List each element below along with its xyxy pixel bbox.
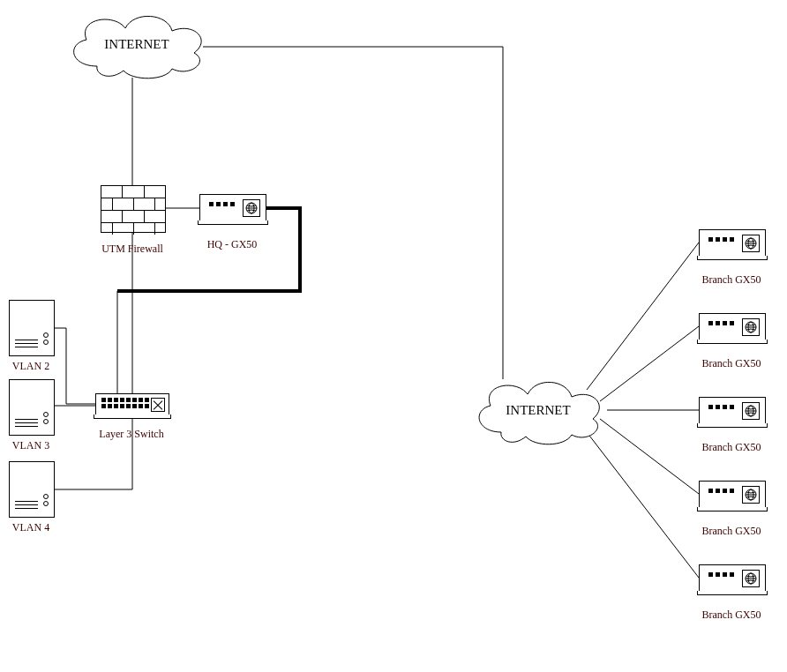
vlan-server-4 xyxy=(9,461,55,518)
branch4-label: Branch GX50 xyxy=(699,525,764,538)
router-icon xyxy=(699,397,766,425)
branch-router-1 xyxy=(699,229,766,258)
internet-cloud-top-label: INTERNET xyxy=(62,37,212,52)
utm-firewall xyxy=(101,185,166,233)
branch1-label: Branch GX50 xyxy=(699,273,764,287)
svg-line-9 xyxy=(587,432,699,578)
router-icon xyxy=(699,229,766,258)
branch-router-4 xyxy=(699,481,766,509)
network-diagram: INTERNET UTM Firewall HQ - GX50 xyxy=(0,0,787,672)
vlan-server-2 xyxy=(9,300,55,356)
vlan3-label: VLAN 3 xyxy=(9,439,53,452)
connections-layer xyxy=(0,0,787,672)
layer3-switch xyxy=(95,393,169,416)
server-icon xyxy=(9,379,55,436)
branch3-label: Branch GX50 xyxy=(699,441,764,454)
globe-icon xyxy=(742,235,760,252)
internet-cloud-right-label: INTERNET xyxy=(468,403,609,418)
branch-router-5 xyxy=(699,564,766,593)
server-icon xyxy=(9,300,55,356)
hq-router-label: HQ - GX50 xyxy=(199,238,265,251)
branch5-label: Branch GX50 xyxy=(699,609,764,622)
branch-router-2 xyxy=(699,313,766,341)
svg-line-5 xyxy=(587,243,699,390)
hq-router xyxy=(199,194,266,222)
internet-cloud-top: INTERNET xyxy=(62,9,212,79)
globe-icon xyxy=(742,402,760,420)
server-icon xyxy=(9,461,55,518)
globe-icon xyxy=(243,199,260,217)
router-icon xyxy=(199,194,266,222)
firewall-icon xyxy=(101,185,166,233)
switch-icon xyxy=(95,393,169,416)
branch2-label: Branch GX50 xyxy=(699,357,764,370)
globe-icon xyxy=(742,570,760,587)
utm-firewall-label: UTM Firewall xyxy=(101,243,164,256)
svg-line-8 xyxy=(600,419,699,494)
branch-router-3 xyxy=(699,397,766,425)
vlan2-label: VLAN 2 xyxy=(9,360,53,373)
internet-cloud-right: INTERNET xyxy=(468,375,609,445)
layer3-switch-label: Layer 3 Switch xyxy=(95,428,168,441)
vlan4-label: VLAN 4 xyxy=(9,521,53,534)
router-icon xyxy=(699,564,766,593)
vlan-server-3 xyxy=(9,379,55,436)
globe-icon xyxy=(742,318,760,336)
svg-line-6 xyxy=(600,326,699,401)
router-icon xyxy=(699,313,766,341)
router-icon xyxy=(699,481,766,509)
globe-icon xyxy=(742,486,760,504)
